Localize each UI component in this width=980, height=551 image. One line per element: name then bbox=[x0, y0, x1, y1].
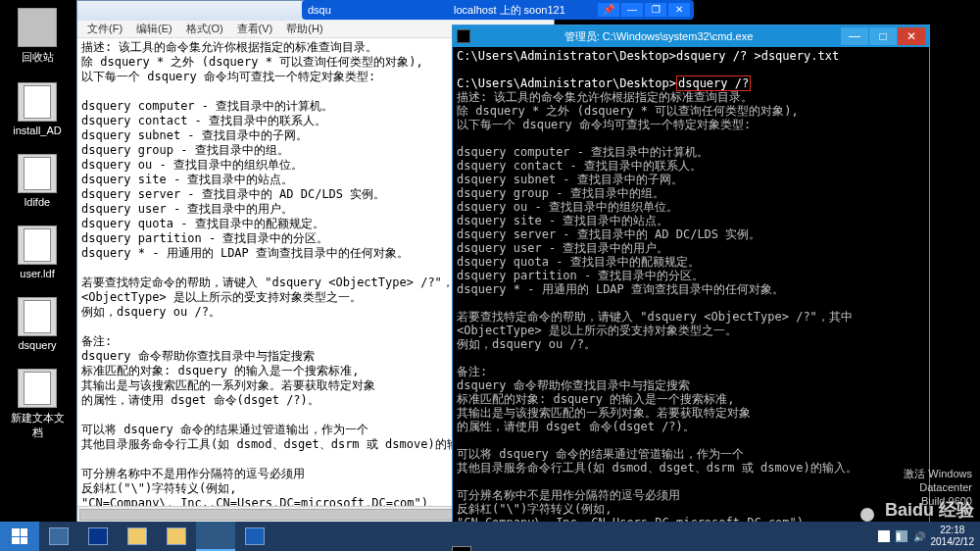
desktop-icon-dsquery[interactable]: dsquery bbox=[8, 297, 67, 351]
system-tray: ▮ 🔊 22:18 2014/2/12 bbox=[872, 525, 981, 548]
menu-file[interactable]: 文件(F) bbox=[81, 21, 128, 37]
start-button[interactable] bbox=[0, 522, 39, 551]
powershell-icon bbox=[88, 527, 108, 545]
windows-logo-icon bbox=[12, 528, 27, 544]
tray-network-icon[interactable]: ▮ bbox=[896, 530, 907, 542]
rdp-restore-button[interactable]: ❐ bbox=[645, 3, 666, 17]
cmd-icon bbox=[452, 546, 471, 551]
rdp-pin-button[interactable]: 📌 bbox=[598, 3, 619, 17]
scrollbar-thumb[interactable] bbox=[79, 509, 491, 521]
rdp-connection-bar[interactable]: dsqu localhost 上的 soon121 📌 — ❐ ✕ bbox=[302, 0, 694, 20]
desktop-icon-ldifde[interactable]: ldifde bbox=[8, 154, 67, 208]
file-icon bbox=[18, 369, 57, 408]
cmd-body: 描述: 该工具的命令集允许你根据指定的标准查询目录。 除 dsquery * 之… bbox=[457, 90, 858, 522]
taskbar-server-manager[interactable] bbox=[39, 522, 78, 551]
watermark-brand: Baidu 经验 bbox=[885, 498, 974, 522]
rdp-close-button[interactable]: ✕ bbox=[668, 3, 690, 17]
file-icon bbox=[18, 297, 57, 336]
rdp-icon bbox=[245, 527, 265, 545]
taskbar: ▮ 🔊 22:18 2014/2/12 bbox=[0, 522, 980, 551]
cmd-prompt: C:\Users\Administrator\Desktop> bbox=[457, 76, 676, 90]
taskbar-explorer-2[interactable] bbox=[157, 522, 196, 551]
cmd-minimize-button[interactable]: — bbox=[841, 27, 868, 45]
clock-time: 22:18 bbox=[931, 525, 975, 536]
file-icon bbox=[18, 154, 57, 193]
cmd-icon bbox=[457, 29, 470, 43]
menu-help[interactable]: 帮助(H) bbox=[280, 21, 328, 37]
cmd-maximize-button[interactable]: □ bbox=[869, 27, 897, 45]
cmd-titlebar[interactable]: 管理员: C:\Windows\system32\cmd.exe — □ ✕ bbox=[453, 25, 929, 47]
taskbar-powershell[interactable] bbox=[78, 522, 118, 551]
taskbar-cmd[interactable] bbox=[196, 522, 235, 551]
desktop-icon-recycle-bin[interactable]: 回收站 bbox=[8, 8, 67, 65]
desktop-icon-list: 回收站 install_AD ldifde user.ldf dsquery 新… bbox=[8, 8, 67, 440]
cmd-window: 管理员: C:\Windows\system32\cmd.exe — □ ✕ C… bbox=[452, 25, 930, 523]
edition-text: Datacenter bbox=[904, 480, 972, 494]
server-manager-icon bbox=[49, 527, 69, 545]
desktop-icon-user-ldf[interactable]: user.ldf bbox=[8, 225, 67, 279]
action-center-icon[interactable] bbox=[878, 530, 890, 542]
baidu-watermark: Baidu 经验 bbox=[854, 498, 974, 522]
paw-icon bbox=[854, 498, 881, 522]
menu-view[interactable]: 查看(V) bbox=[231, 21, 279, 37]
folder-icon bbox=[127, 527, 147, 545]
taskbar-explorer[interactable] bbox=[118, 522, 157, 551]
menu-format[interactable]: 格式(O) bbox=[180, 21, 229, 37]
rdp-host-text: localhost 上的 soon121 bbox=[454, 3, 565, 18]
cmd-title-text: 管理员: C:\Windows\system32\cmd.exe bbox=[476, 29, 841, 44]
taskbar-rdp[interactable] bbox=[235, 522, 274, 551]
recycle-bin-icon bbox=[18, 8, 57, 47]
taskbar-clock[interactable]: 22:18 2014/2/12 bbox=[931, 525, 975, 548]
cmd-highlighted-command: dsquery /? bbox=[676, 75, 751, 91]
desktop-icon-install-ad[interactable]: install_AD bbox=[8, 82, 67, 136]
desktop-icon-new-text[interactable]: 新建文本文 档 bbox=[8, 369, 67, 440]
cmd-output-area[interactable]: C:\Users\Administrator\Desktop>dsquery /… bbox=[453, 47, 929, 522]
folder-icon bbox=[167, 527, 186, 545]
cmd-close-button[interactable]: ✕ bbox=[898, 27, 925, 45]
rdp-left-text: dsqu bbox=[308, 4, 331, 16]
clock-date: 2014/2/12 bbox=[931, 536, 975, 548]
cmd-line-1: C:\Users\Administrator\Desktop>dsquery /… bbox=[457, 49, 839, 63]
file-icon bbox=[18, 225, 57, 265]
tray-sound-icon[interactable]: 🔊 bbox=[913, 531, 925, 542]
rdp-minimize-button[interactable]: — bbox=[621, 3, 643, 17]
menu-edit[interactable]: 编辑(E) bbox=[130, 21, 178, 37]
activate-text: 激活 Windows bbox=[904, 467, 972, 480]
file-icon bbox=[18, 82, 57, 122]
